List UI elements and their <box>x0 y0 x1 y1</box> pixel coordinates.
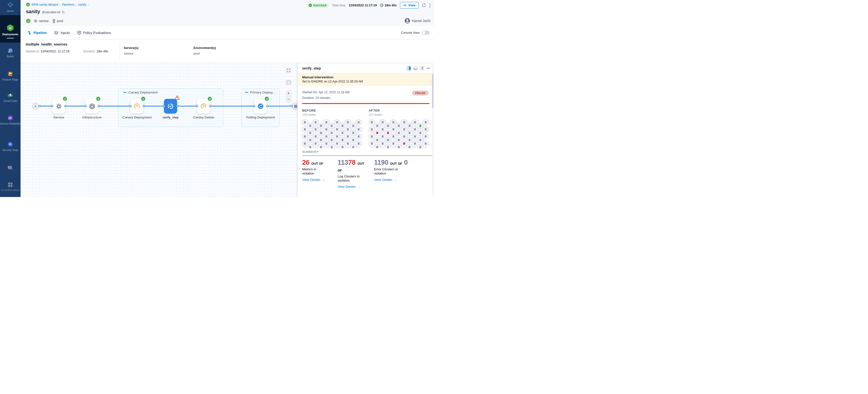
node-label: Rolling Deployment <box>246 115 275 120</box>
canvas-expand-button[interactable] <box>285 67 291 73</box>
summary-label: SUMMARY <box>302 150 318 154</box>
success-badge <box>265 97 269 101</box>
duration-label: Duration: <box>83 50 96 53</box>
sidebar-item-service-reliability[interactable]: Service Reliability <box>0 115 21 125</box>
stat-total: 0 <box>404 159 408 166</box>
tab-pipeline[interactable]: Pipeline <box>28 31 47 35</box>
sidebar-item-deployments[interactable]: ∞ Deployments <box>0 15 21 42</box>
sidebar-item-label: Cloud Costs <box>3 99 17 102</box>
toggle-knob <box>422 31 426 34</box>
metrics-view-details-link[interactable]: View Details → <box>302 178 327 182</box>
error-clusters-view-details-link[interactable]: View Details → <box>374 178 411 182</box>
tab-inputs[interactable]: Inputs <box>54 31 70 35</box>
sidebar-item-dashboards[interactable]: DASHBOARDS <box>0 182 21 191</box>
services-value[interactable]: service <box>124 52 133 55</box>
out-of-label: OUT OF <box>390 162 402 165</box>
canvas-select-button[interactable] <box>285 79 291 85</box>
start-time-label: Start time <box>332 4 345 7</box>
layout-bottom-icon[interactable] <box>413 66 417 70</box>
console-view-toggle[interactable] <box>422 31 430 35</box>
tab-policy-evaluations[interactable]: Policy Evaluations <box>77 31 111 35</box>
clock-icon <box>380 4 383 7</box>
user-name: Kamal Joshi <box>412 19 431 23</box>
view-details-label: View Details <box>338 185 356 188</box>
minimize-panel-icon[interactable] <box>427 68 430 68</box>
app-window: Home ∞ Deployments Builds Feature Flags <box>0 0 434 197</box>
sidebar-item-cloud-costs[interactable]: $ Cloud Costs <box>0 92 21 102</box>
node-service[interactable] <box>52 99 65 114</box>
breadcrumb: ∞ SRM-sanity-4thapril › Pipelines › sani… <box>26 2 89 7</box>
sidebar-item-help-chat[interactable]: ? <box>0 165 21 171</box>
canvas-zoom-controls: + − <box>285 90 291 102</box>
after-node-hexgrid <box>369 119 429 148</box>
after-nodes-count: 117 nodes <box>369 113 382 117</box>
more-options-button[interactable] <box>429 3 431 8</box>
services-header: Service(s) <box>124 46 138 50</box>
execution-id: (Execution Id: 7) <box>42 10 64 14</box>
breadcrumb-pipelines[interactable]: Pipelines <box>62 3 74 6</box>
home-icon <box>7 2 13 8</box>
dashboards-icon <box>8 182 13 187</box>
connector <box>267 106 292 107</box>
sidebar-item-feature-flags[interactable]: Feature Flags <box>0 71 21 81</box>
stage-group-primary-label[interactable]: Primary Deploy... <box>245 91 278 94</box>
port <box>38 105 41 107</box>
arrow-right-icon: → <box>394 178 397 182</box>
service-reliability-icon <box>7 115 13 121</box>
svg-text:$: $ <box>9 93 11 96</box>
layout-right-icon[interactable] <box>407 66 411 70</box>
sidebar-item-label: Home <box>7 9 14 13</box>
console-view-label: Console View <box>401 31 420 34</box>
deployments-icon: ∞ <box>7 25 13 31</box>
port <box>291 105 293 107</box>
zoom-in-button[interactable]: + <box>285 90 291 96</box>
metrics-violation-stat: 26 OUT OF Metrics in violation View Deta… <box>302 159 327 182</box>
node-infrastructure[interactable] <box>85 99 99 114</box>
panel-header: verify_step <box>298 63 434 73</box>
sidebar-item-label: Feature Flags <box>2 78 18 81</box>
zoom-out-button[interactable]: − <box>285 96 291 102</box>
log-clusters-view-details-link[interactable]: View Details → <box>338 185 369 188</box>
feature-flags-icon <box>7 71 13 77</box>
sidebar-item-builds[interactable]: Builds <box>0 48 21 58</box>
success-badge <box>96 97 100 101</box>
node-verify-step[interactable] <box>164 99 177 114</box>
panel-title: verify_step <box>302 66 321 70</box>
stage-group-canary-label[interactable]: Canary Deployment <box>123 91 177 94</box>
sidebar-item-security-tests[interactable]: Security Tests <box>0 142 21 152</box>
security-tests-icon <box>7 142 13 147</box>
sidebar-item-home[interactable]: Home <box>0 2 21 13</box>
breadcrumb-pipeline[interactable]: sanity <box>78 3 86 6</box>
step-started-on: Started On: Apr 12, 2022 11:18 AM <box>302 91 350 94</box>
connector <box>39 106 52 107</box>
layout-float-icon[interactable] <box>420 66 424 70</box>
builds-icon <box>7 48 13 54</box>
node-rolling-deployment[interactable] <box>254 99 267 114</box>
node-canary-deployment[interactable] <box>130 99 144 114</box>
port <box>84 105 87 107</box>
connector <box>210 106 254 107</box>
left-nav: Home ∞ Deployments Builds Feature Flags <box>0 0 21 197</box>
sidebar-item-label: Security Tests <box>2 149 18 152</box>
node-canary-delete[interactable] <box>197 99 210 114</box>
before-nodes-count: 120 nodes <box>302 113 316 117</box>
refresh-button[interactable] <box>422 3 426 8</box>
environments-value[interactable]: prod <box>193 52 199 55</box>
duration-chip: 18m 50s <box>380 4 397 7</box>
panel-scrollbar-thumb[interactable] <box>432 74 434 108</box>
collapse-dash-icon <box>123 92 126 93</box>
port <box>209 105 211 107</box>
started-label: Started at: <box>26 50 40 53</box>
panel-scrollbar-track[interactable] <box>432 64 434 196</box>
view-button-label: View <box>408 3 415 7</box>
tab-label: Pipeline <box>33 31 47 35</box>
breadcrumb-project[interactable]: SRM-sanity-4thapril <box>31 3 58 6</box>
group-label-text: Primary Deploy... <box>250 91 275 94</box>
page-header: ∞ SRM-sanity-4thapril › Pipelines › sani… <box>21 0 434 26</box>
infrastructure-icon <box>89 103 95 110</box>
service-gear-icon <box>56 103 62 110</box>
stop-icon <box>294 105 297 108</box>
before-node-hexgrid <box>302 119 362 148</box>
view-button[interactable]: View <box>400 2 418 8</box>
user-menu[interactable]: Kamal Joshi <box>405 18 431 24</box>
